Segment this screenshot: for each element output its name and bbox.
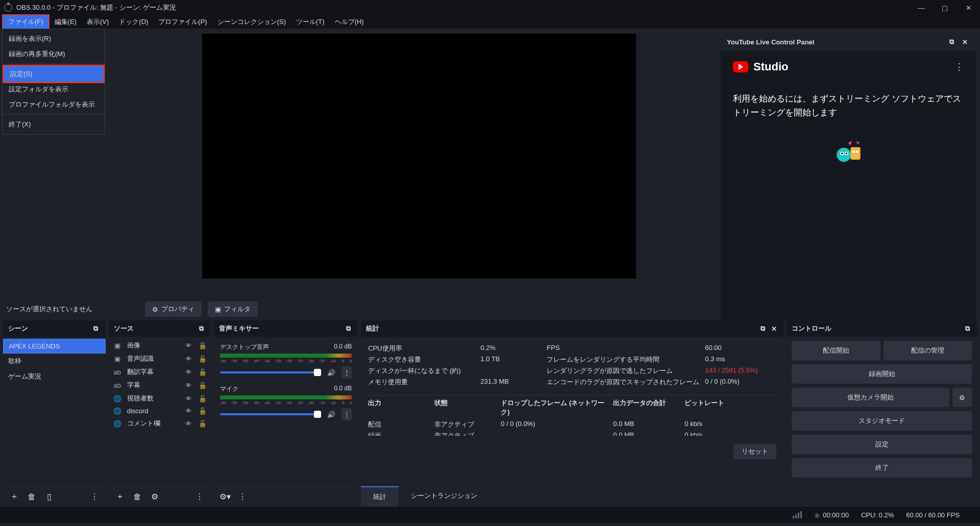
settings-button[interactable]: 設定: [792, 435, 972, 454]
stats-row: CPU使用率0.2%FPS60.00: [368, 343, 776, 354]
source-item[interactable]: 🌐 コメント欄 👁 🔓: [109, 417, 211, 430]
scene-item[interactable]: APEX LEGENDS: [3, 339, 106, 354]
scenes-dock: シーン⧉ APEX LEGENDS歌枠ゲーム実況 ＋ 🗑 ▯ ⋮: [3, 320, 106, 507]
remove-source-button[interactable]: 🗑: [130, 490, 144, 504]
mixer-menu-button[interactable]: ⋮: [235, 490, 250, 504]
manage-stream-button[interactable]: 配信の管理: [884, 341, 972, 360]
exit-button[interactable]: 終了: [792, 458, 972, 478]
preview-canvas[interactable]: [202, 34, 636, 279]
channel-menu-button[interactable]: ⋮: [341, 366, 352, 379]
file-menu-remux[interactable]: 録画の再多重化(M): [3, 46, 105, 62]
fps-status: 60.00 / 60.00 FPS: [906, 511, 960, 519]
properties-button[interactable]: ⚙ プロパティ: [145, 302, 202, 317]
source-item[interactable]: ▣ 画像 👁 🔓: [109, 339, 211, 352]
svg-point-2: [841, 153, 843, 155]
source-label: 視聴者数: [127, 394, 181, 403]
file-menu-exit[interactable]: 終了(X): [3, 117, 105, 132]
popout-icon[interactable]: ⧉: [758, 324, 767, 333]
svg-point-6: [852, 151, 855, 153]
source-menu-button[interactable]: ⋮: [192, 490, 207, 504]
source-label: 音声認識: [127, 354, 181, 363]
file-menu-show-settings-folder[interactable]: 設定フォルダを表示: [3, 82, 105, 97]
scene-menu-button[interactable]: ⋮: [87, 490, 102, 504]
channel-level: 0.0 dB: [334, 385, 352, 393]
maximize-button[interactable]: ▢: [933, 0, 957, 15]
source-item[interactable]: 🌐 discord 👁 🔓: [109, 405, 211, 417]
lock-icon[interactable]: 🔓: [199, 342, 207, 349]
meter-scale: -60-55-50-45-40-35-30-25-20-15-10-50: [220, 400, 352, 405]
visibility-icon[interactable]: 👁: [185, 407, 193, 415]
source-item[interactable]: ab 字幕 👁 🔓: [109, 379, 211, 392]
source-label: 翻訳字幕: [127, 367, 181, 377]
popout-icon[interactable]: ⧉: [197, 324, 206, 333]
file-menu-show-profile-folder[interactable]: プロファイルフォルダを表示: [3, 97, 105, 112]
speaker-icon[interactable]: 🔊: [326, 369, 336, 377]
start-record-button[interactable]: 録画開始: [792, 364, 972, 384]
volume-slider[interactable]: [220, 413, 321, 415]
menu-scenecol[interactable]: シーンコレクション(S): [212, 15, 291, 29]
visibility-icon[interactable]: 👁: [185, 382, 193, 389]
sources-dock: ソース⧉ ▣ 画像 👁 🔓▣ 音声認識 👁 🔓ab 翻訳字幕 👁 🔓ab 字幕 …: [109, 320, 211, 507]
popout-icon[interactable]: ⧉: [963, 324, 972, 333]
close-icon[interactable]: ✕: [769, 324, 778, 333]
source-label: discord: [127, 407, 181, 415]
menu-view[interactable]: 表示(V): [82, 15, 114, 29]
visibility-icon[interactable]: 👁: [185, 355, 193, 363]
lock-icon[interactable]: 🔓: [199, 395, 207, 403]
visibility-icon[interactable]: 👁: [185, 342, 193, 349]
stats-row: ディスク空き容量1.0 TBフレームをレンダリングする平均時間0.3 ms: [368, 354, 776, 365]
popout-icon[interactable]: ⧉: [344, 324, 353, 333]
visibility-icon[interactable]: 👁: [185, 395, 193, 403]
virtual-camera-button[interactable]: 仮想カメラ開始: [792, 388, 949, 407]
menu-dock[interactable]: ドック(D): [114, 15, 153, 29]
youtube-illustration: [830, 135, 866, 170]
source-settings-button[interactable]: ⚙: [148, 490, 162, 504]
source-type-icon: 🌐: [113, 407, 122, 415]
remove-scene-button[interactable]: 🗑: [24, 490, 39, 504]
channel-name: デスクトップ音声: [220, 343, 269, 352]
menu-help[interactable]: ヘルプ(H): [330, 15, 369, 29]
scene-item[interactable]: ゲーム実況: [3, 369, 106, 384]
stats-tab[interactable]: シーントランジション: [399, 486, 489, 507]
volume-slider[interactable]: [220, 371, 321, 373]
kebab-menu-icon[interactable]: ⋮: [954, 61, 964, 72]
minimize-button[interactable]: ―: [910, 0, 933, 15]
visibility-icon[interactable]: 👁: [185, 368, 193, 376]
popout-icon[interactable]: ⧉: [91, 324, 101, 333]
add-source-button[interactable]: ＋: [113, 490, 127, 504]
popout-icon[interactable]: ⧉: [946, 37, 957, 47]
scene-filter-button[interactable]: ▯: [42, 490, 56, 504]
svg-point-7: [856, 151, 859, 153]
close-button[interactable]: ✕: [957, 0, 980, 15]
source-item[interactable]: ab 翻訳字幕 👁 🔓: [109, 365, 211, 379]
file-menu-settings[interactable]: 設定(S): [3, 65, 105, 83]
stats-row: ディスクが一杯になるまで (約)レンダリングラグが原因で逃したフレーム143 /…: [368, 365, 776, 377]
start-stream-button[interactable]: 配信開始: [792, 341, 880, 360]
add-scene-button[interactable]: ＋: [7, 490, 21, 504]
menu-edit[interactable]: 編集(E): [50, 15, 82, 29]
speaker-icon[interactable]: 🔊: [326, 411, 336, 418]
lock-icon[interactable]: 🔓: [199, 420, 207, 428]
lock-icon[interactable]: 🔓: [199, 368, 207, 376]
virtual-camera-settings-button[interactable]: ⚙: [952, 388, 972, 407]
menu-tools[interactable]: ツール(T): [291, 15, 330, 29]
file-menu-show-rec[interactable]: 録画を表示(R): [3, 31, 105, 46]
reset-stats-button[interactable]: リセット: [733, 444, 776, 459]
lock-icon[interactable]: 🔓: [199, 382, 207, 389]
close-icon[interactable]: ✕: [960, 37, 970, 47]
filters-button[interactable]: ▣ フィルタ: [208, 302, 258, 317]
channel-menu-button[interactable]: ⋮: [341, 408, 352, 420]
channel-level: 0.0 dB: [334, 343, 352, 352]
lock-icon[interactable]: 🔓: [199, 407, 207, 415]
menu-file[interactable]: ファイル(F): [2, 14, 50, 30]
record-dot-icon: ◉: [814, 511, 820, 519]
menu-profile[interactable]: プロファイル(P): [153, 15, 212, 29]
source-item[interactable]: ▣ 音声認識 👁 🔓: [109, 352, 211, 365]
visibility-icon[interactable]: 👁: [185, 420, 193, 428]
scene-item[interactable]: 歌枠: [3, 354, 106, 369]
studio-mode-button[interactable]: スタジオモード: [792, 411, 972, 431]
source-item[interactable]: 🌐 視聴者数 👁 🔓: [109, 392, 211, 405]
mixer-advanced-button[interactable]: ⚙▾: [218, 490, 232, 504]
stats-tab[interactable]: 統計: [361, 486, 399, 507]
lock-icon[interactable]: 🔓: [199, 355, 207, 363]
